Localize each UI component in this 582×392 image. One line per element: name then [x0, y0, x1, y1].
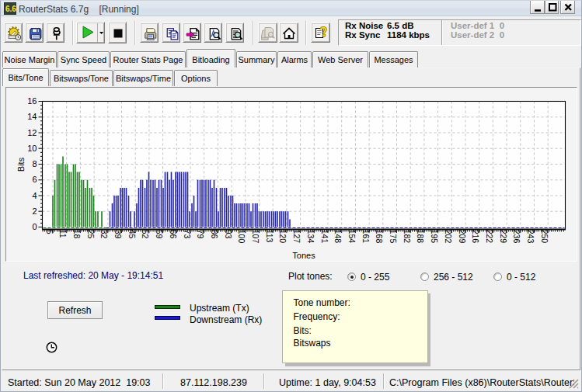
svg-text:52: 52 [141, 230, 150, 239]
svg-text:45: 45 [127, 230, 137, 239]
svg-text:134: 134 [306, 230, 315, 244]
svg-text:168: 168 [375, 230, 384, 244]
svg-text:25: 25 [86, 230, 96, 239]
svg-text:73: 73 [183, 230, 192, 239]
svg-text:120: 120 [278, 230, 288, 244]
svg-text:222: 222 [485, 230, 494, 244]
svg-text:86: 86 [210, 230, 219, 239]
svg-text:5: 5 [45, 230, 54, 234]
svg-text:202: 202 [444, 230, 453, 244]
svg-text:79: 79 [196, 230, 205, 239]
svg-text:182: 182 [403, 230, 412, 244]
svg-text:250: 250 [540, 230, 549, 244]
svg-text:0: 0 [32, 222, 37, 231]
svg-text:229: 229 [499, 230, 508, 244]
svg-text:100: 100 [237, 230, 246, 244]
svg-text:Bits: Bits [16, 157, 26, 172]
svg-text:14: 14 [27, 112, 37, 121]
svg-text:8: 8 [32, 159, 37, 168]
svg-text:243: 243 [526, 230, 535, 244]
svg-text:18: 18 [72, 230, 82, 239]
svg-text:107: 107 [251, 230, 260, 244]
svg-text:188: 188 [416, 230, 425, 244]
svg-text:66: 66 [169, 230, 178, 239]
svg-text:216: 216 [471, 230, 480, 244]
svg-text:154: 154 [347, 230, 357, 244]
svg-text:6: 6 [32, 175, 37, 184]
svg-text:11: 11 [58, 230, 68, 238]
svg-text:12: 12 [27, 128, 37, 137]
svg-text:127: 127 [292, 230, 301, 244]
svg-text:148: 148 [333, 230, 343, 244]
svg-text:141: 141 [320, 230, 329, 244]
svg-text:32: 32 [99, 230, 109, 239]
svg-text:195: 195 [430, 230, 439, 244]
svg-text:236: 236 [512, 230, 521, 244]
svg-text:175: 175 [389, 230, 398, 244]
svg-text:209: 209 [458, 230, 467, 244]
svg-text:16: 16 [27, 96, 37, 106]
svg-text:161: 161 [361, 230, 371, 244]
svg-text:10: 10 [27, 144, 37, 153]
svg-text:59: 59 [155, 230, 164, 239]
svg-text:39: 39 [113, 230, 123, 239]
svg-text:4: 4 [32, 191, 37, 200]
svg-text:Tones: Tones [292, 251, 315, 260]
svg-text:2: 2 [32, 206, 37, 216]
svg-text:93: 93 [224, 230, 233, 239]
svg-text:113: 113 [265, 230, 274, 243]
